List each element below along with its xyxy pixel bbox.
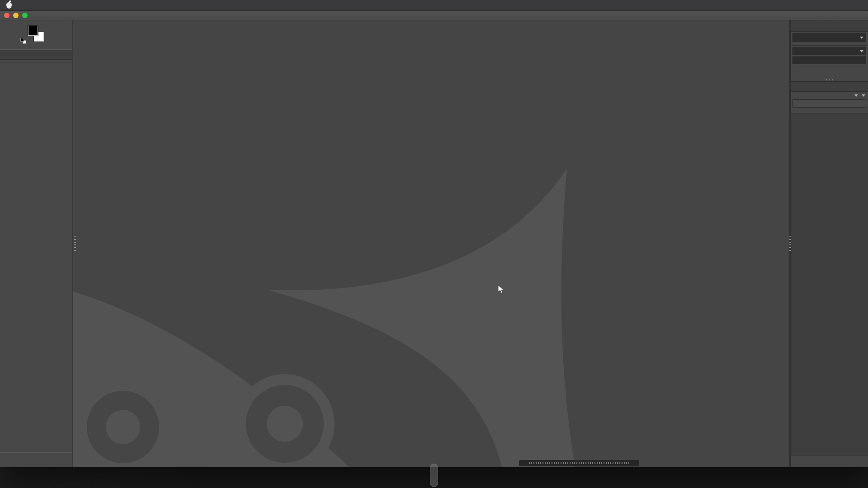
collapse-brushes-icon[interactable]	[863, 20, 868, 31]
chevron-down-icon[interactable]	[860, 50, 863, 52]
opacity-slider[interactable]	[793, 99, 866, 108]
tool-grid	[0, 20, 72, 22]
minimize-window-button[interactable]	[13, 13, 19, 18]
collapse-panel-icon[interactable]	[67, 50, 72, 59]
dock-drag-handle[interactable]	[791, 78, 868, 81]
chevron-down-icon[interactable]	[860, 37, 863, 39]
close-window-button[interactable]	[4, 13, 9, 18]
right-dock-panel	[791, 20, 868, 467]
gimp-window	[0, 11, 868, 467]
tool-preset-footer	[0, 452, 72, 467]
tool-options-tabs	[0, 50, 72, 60]
canvas-area[interactable]	[73, 20, 789, 467]
foreground-color-swatch[interactable]	[28, 26, 38, 36]
brushes-dock-tabs	[791, 20, 868, 32]
window-titlebar[interactable]	[0, 11, 868, 20]
macos-dock	[430, 464, 438, 487]
layers-list-empty[interactable]	[791, 113, 868, 455]
selected-brush-title	[791, 42, 868, 45]
collapse-layers-icon[interactable]	[863, 82, 868, 91]
tool-options-title	[0, 60, 72, 63]
brush-action-buttons	[791, 65, 868, 78]
brush-grid	[792, 45, 867, 46]
layers-footer-buttons	[791, 455, 868, 467]
macos-menu-bar	[0, 0, 868, 11]
chevron-down-icon[interactable]	[862, 94, 865, 97]
dock-divider[interactable]	[789, 20, 791, 467]
panel-resize-grip-right[interactable]	[789, 236, 791, 252]
hidden-window-edge	[519, 460, 639, 466]
layers-dock-tabs	[791, 81, 868, 92]
brush-spacing-spinner[interactable]	[793, 56, 866, 64]
toolbox-panel	[0, 20, 73, 467]
tool-options-dock	[0, 49, 72, 467]
default-colors-icon[interactable]	[20, 38, 26, 44]
canvas-wallpaper-art	[73, 20, 789, 467]
brush-filter-input[interactable]	[793, 33, 866, 42]
zoom-window-button[interactable]	[22, 13, 28, 18]
panel-resize-grip-left[interactable]	[74, 236, 76, 252]
color-swatch-area[interactable]	[28, 26, 55, 47]
apple-menu-icon[interactable]	[6, 2, 12, 9]
brush-group-select[interactable]	[793, 47, 866, 55]
chevron-down-icon[interactable]	[854, 94, 858, 97]
